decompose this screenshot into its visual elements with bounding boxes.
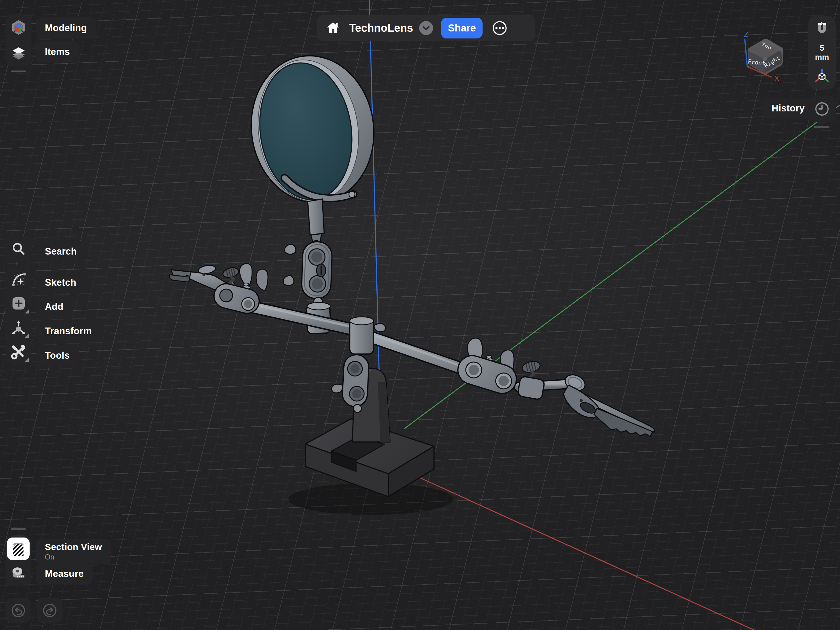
transform-label-text: Transform bbox=[45, 326, 92, 337]
viewcube-z-label: Z bbox=[744, 30, 748, 38]
section-view-state: On bbox=[45, 553, 54, 561]
search-rail bbox=[5, 236, 32, 262]
history-clock-icon bbox=[814, 101, 830, 117]
measure-label[interactable]: Measure bbox=[36, 563, 93, 584]
home-button[interactable] bbox=[326, 21, 340, 35]
add-label[interactable]: Add bbox=[36, 296, 73, 317]
sketch-label[interactable]: Sketch bbox=[36, 272, 85, 293]
view-cube[interactable]: Z X Front Right Top bbox=[735, 28, 796, 90]
undo-icon bbox=[10, 603, 26, 618]
section-view-active-bg bbox=[7, 537, 30, 560]
add-label-text: Add bbox=[45, 301, 63, 312]
add-icon bbox=[10, 295, 27, 312]
grid-size-value: 5 bbox=[815, 43, 829, 52]
items-label-text: Items bbox=[45, 46, 70, 57]
layers-icon bbox=[11, 46, 27, 62]
document-title[interactable]: TechnoLens bbox=[349, 22, 413, 35]
grid-size-button[interactable]: 5 mm bbox=[815, 43, 829, 62]
transform-label[interactable]: Transform bbox=[36, 321, 101, 342]
model-canvas[interactable] bbox=[0, 0, 840, 630]
chevron-down-icon bbox=[419, 21, 433, 35]
measure-button[interactable] bbox=[5, 561, 32, 586]
model-right-clip[interactable] bbox=[562, 372, 654, 436]
flyout-indicator bbox=[25, 334, 29, 338]
measure-label-text: Measure bbox=[45, 568, 84, 579]
history-label[interactable]: History bbox=[763, 98, 814, 119]
ellipsis-icon bbox=[492, 21, 507, 36]
sketch-button[interactable] bbox=[5, 267, 32, 292]
items-button[interactable] bbox=[5, 40, 32, 66]
history-button[interactable] bbox=[808, 96, 836, 122]
snap-magnet-button[interactable] bbox=[814, 21, 830, 36]
section-view-button[interactable] bbox=[5, 536, 32, 561]
history-divider bbox=[814, 126, 829, 128]
redo-icon bbox=[42, 603, 58, 618]
share-button-label: Share bbox=[448, 22, 476, 34]
tool-rail bbox=[5, 267, 32, 364]
search-button[interactable] bbox=[5, 236, 32, 262]
tools-label-text: Tools bbox=[45, 350, 69, 361]
rail-divider bbox=[11, 71, 26, 72]
model-helping-hands[interactable] bbox=[169, 48, 654, 515]
title-bar: TechnoLens Share bbox=[317, 15, 535, 41]
modeling-cube-icon bbox=[10, 19, 27, 36]
model-lens[interactable] bbox=[242, 48, 383, 211]
bottom-rail-divider bbox=[11, 528, 26, 530]
model-crossbar[interactable] bbox=[244, 303, 568, 387]
modeling-label[interactable]: Modeling bbox=[36, 17, 96, 39]
document-menu-button[interactable] bbox=[419, 21, 433, 35]
section-view-icon bbox=[10, 540, 27, 557]
add-button[interactable] bbox=[5, 292, 32, 316]
world-axes bbox=[369, 0, 840, 630]
transform-icon bbox=[10, 320, 27, 336]
workspace-rail bbox=[5, 14, 32, 66]
model-base[interactable] bbox=[305, 368, 434, 497]
history-label-text: History bbox=[772, 103, 805, 114]
tools-icon bbox=[10, 344, 27, 360]
search-label[interactable]: Search bbox=[36, 241, 86, 262]
tools-label[interactable]: Tools bbox=[36, 345, 79, 366]
view-settings-panel: 5 mm bbox=[808, 16, 836, 89]
search-icon bbox=[11, 242, 26, 256]
flyout-indicator bbox=[25, 309, 29, 313]
items-label[interactable]: Items bbox=[36, 41, 79, 63]
flyout-indicator bbox=[25, 358, 29, 362]
more-options-button[interactable] bbox=[492, 20, 508, 36]
search-label-text: Search bbox=[45, 246, 77, 257]
undo-button[interactable] bbox=[5, 598, 31, 623]
viewport-3d[interactable]: Modeling Items TechnoLens Share bbox=[0, 0, 840, 630]
modeling-label-text: Modeling bbox=[45, 22, 87, 33]
sketch-icon bbox=[10, 271, 27, 287]
measure-tape-icon bbox=[10, 565, 27, 583]
viewcube-x-label: X bbox=[774, 74, 779, 82]
tools-button[interactable] bbox=[5, 340, 32, 365]
section-view-label-text: Section View bbox=[45, 542, 102, 552]
bottom-rail bbox=[5, 536, 32, 586]
transform-button[interactable] bbox=[5, 316, 32, 340]
share-button[interactable]: Share bbox=[441, 18, 483, 38]
model-right-clamp[interactable] bbox=[455, 338, 545, 400]
grid-size-unit: mm bbox=[815, 52, 829, 62]
axis-orientation-button[interactable] bbox=[814, 68, 830, 84]
section-view-label[interactable]: Section View On bbox=[36, 539, 111, 564]
redo-button[interactable] bbox=[36, 598, 63, 623]
sketch-label-text: Sketch bbox=[45, 277, 76, 288]
modeling-button[interactable] bbox=[5, 14, 32, 40]
model-left-clamp[interactable] bbox=[169, 264, 268, 316]
x-axis-line bbox=[408, 472, 754, 630]
